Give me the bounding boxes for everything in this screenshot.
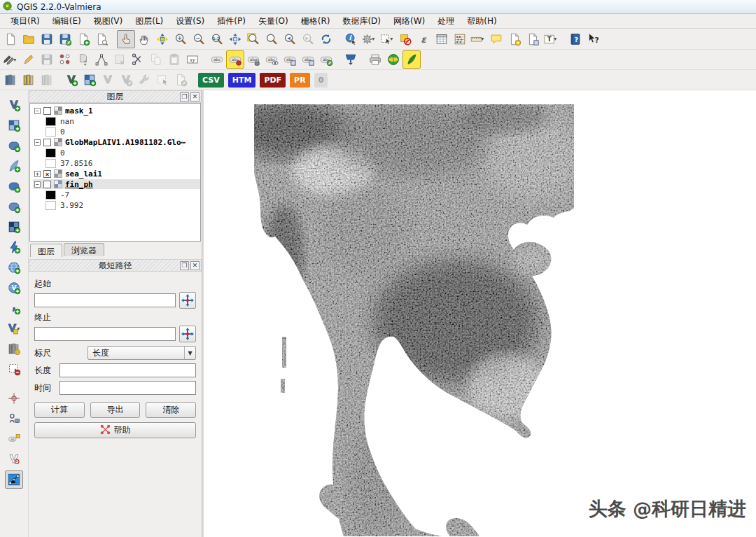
- save-layer-edits-icon[interactable]: [38, 50, 56, 69]
- library-new-icon[interactable]: [20, 71, 38, 89]
- map-tips-icon[interactable]: [487, 30, 505, 48]
- layer-name[interactable]: mask_1: [65, 106, 93, 116]
- toggle-editing-icon[interactable]: [20, 50, 38, 69]
- label-settings-icon[interactable]: abc: [226, 50, 244, 69]
- notes-tool-icon[interactable]: [172, 71, 190, 89]
- digitize-icon[interactable]: [56, 50, 74, 69]
- menu-item-7[interactable]: 矢量(O): [252, 14, 295, 29]
- road-graph-icon[interactable]: [5, 470, 23, 489]
- add-vector-layer-icon[interactable]: [5, 96, 23, 114]
- zoom-last-icon[interactable]: ◂: [281, 30, 299, 48]
- add-wcs-layer-icon[interactable]: [5, 258, 23, 277]
- add-postgis-layer-icon[interactable]: [5, 137, 23, 155]
- start-input[interactable]: [34, 293, 176, 307]
- menu-item-10[interactable]: 网络(W): [387, 14, 431, 29]
- menu-item-8[interactable]: 栅格(R): [295, 14, 337, 29]
- layer-expander[interactable]: +: [34, 171, 41, 177]
- shortest-path-close-button[interactable]: ✕: [190, 261, 200, 270]
- settings-tool-icon[interactable]: [135, 71, 153, 89]
- globe-plugin-icon[interactable]: [384, 50, 402, 69]
- label-properties-icon[interactable]: abc: [317, 50, 335, 69]
- map-canvas[interactable]: 头条 @科研日精进: [204, 90, 756, 537]
- add-db2-layer-icon[interactable]: [5, 218, 23, 236]
- menu-item-1[interactable]: 项目(R): [4, 14, 46, 29]
- layer-checkbox[interactable]: [43, 107, 51, 115]
- export-pr-button[interactable]: PR: [290, 73, 310, 88]
- text-annotation-icon[interactable]: T▾: [542, 30, 560, 48]
- node-tool-icon[interactable]: [92, 50, 111, 69]
- field-calculator-icon[interactable]: [451, 30, 469, 48]
- current-edits-icon[interactable]: ▾: [1, 50, 20, 69]
- deselect-icon[interactable]: [396, 30, 414, 48]
- move-feature-icon[interactable]: [74, 50, 92, 69]
- copy-features-icon[interactable]: [147, 50, 165, 69]
- select-expression-icon[interactable]: ε: [414, 30, 433, 48]
- clear-button[interactable]: 清除: [146, 402, 196, 418]
- refresh-icon[interactable]: [317, 30, 335, 48]
- calculate-button[interactable]: 计算: [34, 402, 85, 418]
- layer-checkbox[interactable]: [43, 181, 51, 188]
- measure-icon-dropdown[interactable]: ▾: [481, 36, 486, 42]
- frame-tool-icon[interactable]: [153, 71, 172, 89]
- label-toolbar-icon[interactable]: abc: [208, 50, 226, 69]
- new-raster-icon[interactable]: [80, 71, 99, 89]
- composer-manager-icon[interactable]: [92, 30, 111, 48]
- layer-checkbox[interactable]: ✕: [43, 170, 51, 178]
- layer-row-sea_lai1[interactable]: +✕sea_lai1: [33, 169, 200, 179]
- openlayers-plugin-icon[interactable]: [402, 50, 421, 69]
- layer-row-mask_1[interactable]: −mask_1: [33, 106, 200, 116]
- add-spatialite-layer-icon[interactable]: [5, 157, 23, 175]
- layer-row-GlobMapLAIV1.A1981182.Glo⋯[interactable]: −GlobMapLAIV1.A1981182.Glo⋯: [33, 137, 200, 147]
- mssql-import-icon[interactable]: [342, 50, 360, 69]
- layer-expander[interactable]: −: [34, 139, 41, 146]
- identify-icon[interactable]: i: [342, 30, 360, 48]
- label-rotate-icon[interactable]: abc: [299, 50, 317, 69]
- menu-item-2[interactable]: 编辑(E): [46, 14, 88, 29]
- zoom-layer-icon[interactable]: [262, 30, 281, 48]
- layer-row-fin_ph[interactable]: −fin_ph: [33, 179, 200, 189]
- attribute-table-icon[interactable]: [433, 30, 451, 48]
- export-htm-button[interactable]: HTM: [228, 73, 256, 88]
- select-features-icon[interactable]: ▾: [378, 30, 396, 48]
- save-project-icon[interactable]: [38, 30, 56, 48]
- select-features-icon-dropdown[interactable]: ▾: [390, 36, 396, 42]
- current-edits-icon-dropdown[interactable]: ▾: [13, 57, 19, 63]
- touch-zoom-icon[interactable]: [117, 30, 135, 48]
- time-input[interactable]: [59, 381, 196, 395]
- new-bookmark-icon[interactable]: ★: [505, 30, 524, 48]
- layer-tree[interactable]: −mask_1nan0−GlobMapLAIV1.A1981182.Glo⋯03…: [29, 103, 201, 242]
- pan-to-selection-icon[interactable]: [153, 30, 172, 48]
- layer-checkbox[interactable]: [43, 139, 51, 146]
- label-visibility-icon[interactable]: abc: [262, 50, 281, 69]
- map-library-icon[interactable]: [5, 340, 23, 358]
- zoom-full-icon[interactable]: [226, 30, 244, 48]
- menu-item-11[interactable]: 处理: [431, 14, 461, 29]
- dock-tab-浏览器[interactable]: 浏览器: [64, 243, 104, 256]
- layer-expander[interactable]: −: [34, 108, 41, 114]
- shortest-path-float-button[interactable]: ❐: [180, 261, 189, 270]
- stop-input[interactable]: [34, 327, 176, 341]
- menu-item-3[interactable]: 视图(V): [88, 14, 130, 29]
- capture-start-button[interactable]: [179, 292, 196, 309]
- menu-item-5[interactable]: 设置(S): [169, 14, 211, 29]
- add-delimited-text-icon[interactable]: ,: [5, 299, 23, 317]
- add-oracle-layer-icon[interactable]: [5, 197, 23, 216]
- xy-capture-icon[interactable]: xy: [183, 50, 202, 69]
- delete-selected-icon[interactable]: ✕: [111, 50, 129, 69]
- new-virtual-layer-icon[interactable]: ▾: [5, 319, 23, 337]
- dock-tab-图层[interactable]: 图层: [30, 244, 62, 257]
- new-composer-icon[interactable]: [74, 30, 92, 48]
- export-csv-button[interactable]: CSV: [198, 73, 224, 88]
- new-virtual-layer-icon-dropdown[interactable]: ▾: [17, 326, 22, 332]
- layer-name[interactable]: fin_ph: [65, 180, 93, 189]
- layer-name[interactable]: GlobMapLAIV1.A1981182.Glo⋯: [65, 138, 186, 147]
- layers-panel-float-button[interactable]: ❐: [180, 92, 189, 102]
- zoom-selection-icon[interactable]: [244, 30, 262, 48]
- pan-map-icon[interactable]: [135, 30, 153, 48]
- length-input[interactable]: [59, 363, 196, 377]
- help-contents-icon[interactable]: ?: [566, 30, 584, 48]
- whats-this-icon[interactable]: ?: [584, 30, 603, 48]
- vector-tool-2-icon[interactable]: [117, 71, 135, 89]
- pin-tool-icon[interactable]: [5, 410, 23, 428]
- vector-tool-1-icon[interactable]: [99, 71, 117, 89]
